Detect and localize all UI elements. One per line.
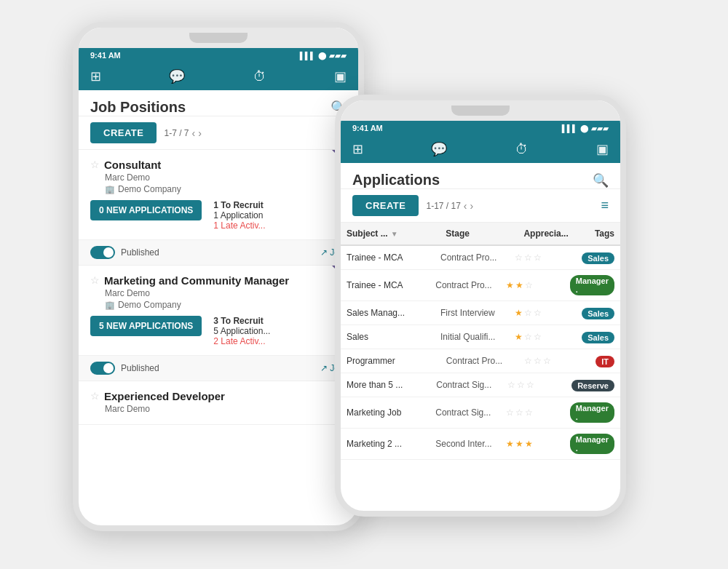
cell-tags-3: Sales	[576, 330, 620, 343]
tag-badge-2: Sales	[582, 308, 614, 319]
star-cell[interactable]: ★	[515, 308, 523, 318]
published-toggle-2[interactable]	[90, 362, 115, 375]
star-cell[interactable]: ☆	[534, 332, 542, 342]
star-marketing[interactable]: ☆	[90, 274, 100, 286]
cell-tags-0: Sales	[576, 251, 620, 264]
create-button-1[interactable]: CREATE	[90, 122, 157, 143]
cell-tags-4: IT	[590, 354, 620, 367]
company-icon-1: 🏢	[105, 185, 115, 194]
table-row[interactable]: Marketing 2 ... Second Inter... ★★★ Mana…	[341, 429, 620, 460]
tag-badge-3: Sales	[582, 332, 614, 343]
star-cell[interactable]: ☆	[534, 308, 542, 318]
panel-icon-2[interactable]: ▣	[596, 141, 609, 157]
table-row[interactable]: Trainee - MCA Contract Pro... ★★☆ Manage…	[341, 270, 620, 301]
cell-tags-7: Manager .	[564, 434, 620, 454]
stat-apps-2: 5 Application...	[213, 326, 270, 336]
job-stats-marketing: 3 To Recruit 5 Application... 2 Late Act…	[213, 316, 270, 346]
cell-stage-0: Contract Pro...	[435, 252, 509, 263]
job-title-consultant[interactable]: Consultant	[104, 159, 161, 171]
next-page-2[interactable]: ›	[470, 200, 474, 212]
star-cell[interactable]: ☆	[534, 356, 542, 366]
panel-icon[interactable]: ▣	[334, 68, 347, 84]
col-header-subject[interactable]: Subject ... ▼	[341, 228, 440, 239]
prev-page-2[interactable]: ‹	[464, 200, 467, 212]
cell-stage-4: Contract Pro...	[440, 356, 519, 366]
job-card-marketing: ☆ Marketing and Community Manager Marc D…	[79, 266, 358, 356]
activity-icon[interactable]: ⏱	[253, 69, 266, 84]
star-cell[interactable]: ☆	[524, 252, 532, 263]
col-header-appreciation[interactable]: Apprecia...	[518, 228, 588, 239]
star-cell[interactable]: ☆	[524, 356, 532, 366]
job-footer-1: 0 NEW APPLICATIONS 1 To Recruit 1 Applic…	[90, 200, 347, 231]
search-icon-2[interactable]: 🔍	[593, 172, 609, 188]
new-apps-btn-consultant[interactable]: 0 NEW APPLICATIONS	[90, 200, 202, 220]
cell-stage-1: Contract Pro...	[430, 280, 500, 290]
battery-icon-2: ▰▰▰	[591, 124, 609, 132]
star-cell[interactable]: ★	[515, 439, 523, 449]
star-cell[interactable]: ★	[515, 280, 523, 290]
prev-page-1[interactable]: ‹	[192, 127, 196, 139]
star-cell[interactable]: ★	[506, 280, 514, 290]
cell-appreciation-5: ☆☆☆	[502, 380, 566, 390]
table-row[interactable]: Sales Manag... First Interview ★☆☆ Sales	[341, 301, 620, 325]
star-cell[interactable]: ☆	[517, 380, 525, 390]
cell-stage-6: Contract Sig...	[430, 407, 500, 418]
cell-stage-3: Initial Qualifi...	[435, 332, 509, 342]
star-cell[interactable]: ☆	[506, 407, 514, 418]
applications-table: Trainee - MCA Contract Pro... ☆☆☆ Sales …	[341, 246, 620, 460]
star-cell[interactable]: ☆	[534, 252, 542, 263]
phone-notch-2	[341, 100, 620, 121]
published-bar-1: Published ↗ Jo...	[79, 240, 358, 266]
chat-icon-2[interactable]: 💬	[431, 141, 447, 157]
stat-apps-1: 1 Application	[213, 210, 265, 220]
job-person-consultant: Marc Demo	[105, 172, 347, 183]
table-row[interactable]: Trainee - MCA Contract Pro... ☆☆☆ Sales	[341, 246, 620, 270]
company-icon-2: 🏢	[105, 301, 115, 310]
job-footer-2: 5 NEW APPLICATIONS 3 To Recruit 5 Applic…	[90, 316, 347, 346]
table-row[interactable]: Marketing Job Contract Sig... ☆☆☆ Manage…	[341, 397, 620, 429]
cell-appreciation-1: ★★☆	[500, 280, 564, 290]
table-row[interactable]: Programmer Contract Pro... ☆☆☆ IT	[341, 349, 620, 373]
table-row[interactable]: More than 5 ... Contract Sig... ☆☆☆ Rese…	[341, 373, 620, 397]
published-toggle-1[interactable]	[90, 246, 115, 259]
job-title-developer[interactable]: Experienced Developer	[104, 390, 225, 402]
battery-icon: ▰▰▰	[329, 52, 347, 60]
cell-appreciation-2: ★☆☆	[509, 308, 577, 318]
star-cell[interactable]: ☆	[524, 308, 532, 318]
job-header-3: ☆ Experienced Developer	[90, 390, 347, 402]
chat-icon[interactable]: 💬	[169, 68, 185, 84]
toolbar-2: CREATE 1-17 / 17 ‹ › ≡	[341, 189, 620, 223]
star-cell[interactable]: ☆	[543, 356, 551, 366]
table-row[interactable]: Sales Initial Qualifi... ★☆☆ Sales	[341, 325, 620, 349]
cell-appreciation-7: ★★★	[500, 439, 564, 449]
menu-icon[interactable]: ⊞	[90, 68, 101, 84]
star-cell[interactable]: ☆	[525, 407, 533, 418]
view-toggle-2[interactable]: ≡	[601, 198, 609, 213]
menu-icon-2[interactable]: ⊞	[352, 141, 363, 157]
activity-icon-2[interactable]: ⏱	[515, 142, 529, 157]
new-apps-btn-marketing[interactable]: 5 NEW APPLICATIONS	[90, 316, 202, 336]
job-title-marketing[interactable]: Marketing and Community Manager	[104, 274, 289, 287]
job-person-developer: Marc Demo	[105, 404, 347, 414]
table-header: Subject ... ▼ Stage Apprecia... Tags	[341, 223, 620, 246]
star-consultant[interactable]: ☆	[90, 159, 100, 170]
star-cell[interactable]: ★	[525, 439, 533, 449]
page-title-2: Applications	[352, 172, 440, 188]
job-card-consultant: ☆ Consultant Marc Demo 🏢 Demo Company 0 …	[79, 150, 358, 240]
job-stats-consultant: 1 To Recruit 1 Application 1 Late Activ.…	[213, 200, 265, 231]
star-developer[interactable]: ☆	[90, 390, 100, 402]
cell-appreciation-0: ☆☆☆	[509, 252, 577, 263]
star-cell[interactable]: ☆	[524, 332, 532, 342]
published-label-1: Published	[121, 247, 159, 258]
star-cell[interactable]: ☆	[526, 380, 534, 390]
col-header-stage[interactable]: Stage	[440, 228, 518, 239]
star-cell[interactable]: ☆	[515, 407, 523, 418]
star-cell[interactable]: ☆	[515, 252, 523, 263]
star-cell[interactable]: ★	[506, 439, 514, 449]
star-cell[interactable]: ☆	[525, 280, 533, 290]
star-cell[interactable]: ★	[515, 332, 523, 342]
create-button-2[interactable]: CREATE	[352, 195, 419, 216]
stat-recruit-2: 3 To Recruit	[213, 316, 270, 326]
star-cell[interactable]: ☆	[507, 380, 515, 390]
next-page-1[interactable]: ›	[198, 127, 202, 139]
